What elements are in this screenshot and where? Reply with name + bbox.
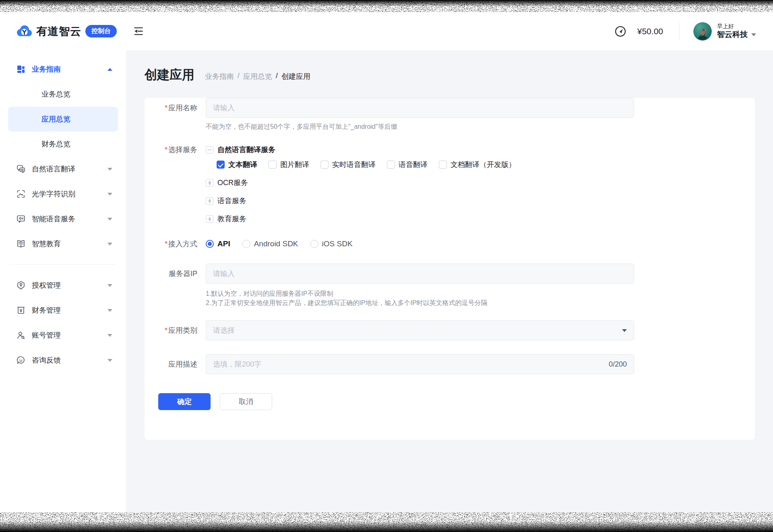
- sidebar-item-label: 账号管理: [32, 330, 107, 340]
- compass-icon[interactable]: [614, 25, 627, 38]
- service-group-name: 教育服务: [217, 214, 246, 224]
- sidebar-item-label: 业务指南: [32, 64, 107, 74]
- sidebar-item-business-guide[interactable]: 业务指南: [0, 57, 126, 82]
- expand-plus-icon[interactable]: [206, 197, 213, 205]
- checkbox-icon: [387, 161, 395, 169]
- sidebar-item-license-management[interactable]: 授权管理: [0, 273, 126, 298]
- brand-name: 有道智云: [36, 24, 81, 39]
- cancel-button[interactable]: 取消: [220, 393, 272, 410]
- sidebar-collapse-icon[interactable]: [132, 25, 145, 38]
- sidebar-item-finance-overview[interactable]: 财务总览: [0, 132, 126, 157]
- chevron-down-icon: [107, 309, 112, 312]
- server-ip-label: 服务器IP: [145, 269, 206, 278]
- checkbox-voice-translate[interactable]: 语音翻译: [387, 160, 428, 169]
- chevron-down-icon: [107, 193, 112, 196]
- required-mark: *: [165, 326, 167, 334]
- required-mark: *: [165, 240, 167, 248]
- user-menu[interactable]: 早上好 智云科技: [693, 22, 756, 41]
- checkbox-text-translate[interactable]: 文本翻译: [217, 160, 257, 169]
- sidebar-item-account-management[interactable]: 账号管理: [0, 323, 126, 348]
- radio-icon: [242, 240, 250, 248]
- checkbox-icon: [439, 161, 447, 169]
- checkbox-image-translate[interactable]: 图片翻译: [269, 160, 309, 169]
- app-name-label: *应用名称: [145, 103, 206, 113]
- radio-selected-icon: [206, 240, 214, 248]
- category-row: *应用类别 请选择: [145, 320, 755, 340]
- breadcrumb-item[interactable]: 业务指南: [205, 72, 234, 81]
- sidebar-item-label: 财务管理: [32, 305, 107, 315]
- breadcrumb-item[interactable]: 应用总览: [243, 72, 272, 81]
- sidebar-item-voice-service[interactable]: 智能语音服务: [0, 206, 126, 231]
- service-group-nlp: 自然语言翻译服务: [206, 145, 634, 155]
- service-checkbox-row: 文本翻译 图片翻译 实时语音翻译: [217, 159, 634, 170]
- sidebar-subitem-label: 业务总览: [41, 89, 70, 99]
- collapse-minus-icon[interactable]: [206, 146, 213, 154]
- sidebar-item-feedback[interactable]: 咨询反馈: [0, 348, 126, 373]
- feedback-icon: [16, 355, 26, 365]
- app-name-row: *应用名称: [145, 98, 755, 118]
- app-name-input[interactable]: [206, 98, 634, 118]
- chevron-down-icon: [107, 359, 112, 362]
- account-name: 智云科技: [717, 30, 748, 39]
- checkbox-icon: [269, 161, 277, 169]
- sidebar-item-smart-education[interactable]: 智慧教育: [0, 231, 126, 256]
- sidebar-subitem-label: 财务总览: [41, 139, 70, 149]
- service-group-education: 教育服务: [206, 214, 634, 224]
- sidebar-item-finance-management[interactable]: 财务管理: [0, 298, 126, 323]
- app-header: 有道智云 控制台 ¥50.00: [0, 12, 773, 50]
- breadcrumb-separator: /: [238, 72, 240, 81]
- radio-api[interactable]: API: [206, 239, 230, 248]
- finance-icon: [16, 305, 26, 315]
- expand-plus-icon[interactable]: [206, 179, 213, 187]
- voice-icon: [16, 214, 26, 224]
- app-body: 业务指南 业务总览 应用总览 财务总览: [0, 50, 773, 512]
- breadcrumb: 业务指南 / 应用总览 / 创建应用: [205, 72, 310, 81]
- description-input[interactable]: [213, 360, 604, 369]
- description-label: 应用描述: [145, 359, 206, 369]
- brand[interactable]: 有道智云 控制台: [15, 24, 117, 39]
- bottom-noise-bar: [0, 512, 773, 532]
- expand-plus-icon[interactable]: [206, 215, 213, 223]
- chevron-down-icon: [622, 329, 627, 332]
- category-label: *应用类别: [145, 326, 206, 335]
- sidebar-item-label: 智能语音服务: [32, 214, 107, 224]
- services-row: *选择服务 自然语言翻译服务 文本翻译: [145, 145, 755, 224]
- radio-android-sdk[interactable]: Android SDK: [242, 239, 298, 248]
- confirm-button[interactable]: 确定: [158, 393, 211, 410]
- top-noise-bar: [0, 0, 773, 12]
- sidebar-item-business-overview[interactable]: 业务总览: [0, 82, 126, 107]
- header-divider: [679, 23, 680, 40]
- sidebar: 业务指南 业务总览 应用总览 财务总览: [0, 50, 126, 512]
- description-field: 0/200: [206, 354, 634, 374]
- chevron-down-icon: [751, 33, 756, 36]
- account-balance[interactable]: ¥50.00: [637, 27, 663, 36]
- breadcrumb-separator: /: [276, 72, 278, 81]
- page-head: 创建应用 业务指南 / 应用总览 / 创建应用: [145, 50, 755, 83]
- avatar: [693, 22, 712, 41]
- server-ip-help: 1.默认为空，对访问的应用服务器IP不设限制 2.为了正常切安全地使用智云产品，…: [206, 289, 755, 307]
- checkbox-doc-translate[interactable]: 文档翻译（开发版）: [439, 160, 516, 169]
- server-ip-help-line2: 2.为了正常切安全地使用智云产品，建议您填写正确的IP地址，输入多个IP时以英文…: [206, 298, 755, 307]
- main-content: 创建应用 业务指南 / 应用总览 / 创建应用 *应用名称: [126, 50, 773, 512]
- sidebar-divider: [10, 264, 116, 265]
- required-mark: *: [165, 104, 167, 112]
- console-badge: 控制台: [85, 25, 117, 37]
- radio-ios-sdk[interactable]: iOS SDK: [310, 239, 353, 248]
- app-name-help: 不能为空，也不能超过50个字，多应用平台可加上"_android"等后缀: [206, 123, 755, 131]
- required-mark: *: [165, 146, 167, 154]
- service-group-ocr: OCR服务: [206, 178, 634, 188]
- checkbox-realtime-voice-translate[interactable]: 实时语音翻译: [320, 160, 376, 169]
- sidebar-item-ocr[interactable]: 光学字符识别: [0, 181, 126, 206]
- brand-zone: 有道智云 控制台: [0, 24, 126, 39]
- chevron-down-icon: [107, 334, 112, 337]
- sidebar-item-label: 自然语言翻译: [32, 164, 107, 174]
- category-select[interactable]: 请选择: [206, 320, 634, 340]
- server-ip-row: 服务器IP: [145, 264, 755, 284]
- sidebar-item-nlp-translate[interactable]: 自然语言翻译: [0, 157, 126, 181]
- create-app-card: *应用名称 不能为空，也不能超过50个字，多应用平台可加上"_android"等…: [145, 98, 755, 440]
- services-label: *选择服务: [145, 145, 206, 155]
- chevron-down-icon: [107, 243, 112, 245]
- translate-icon: [16, 164, 26, 174]
- sidebar-item-app-overview[interactable]: 应用总览: [8, 107, 118, 132]
- server-ip-input[interactable]: [206, 264, 634, 284]
